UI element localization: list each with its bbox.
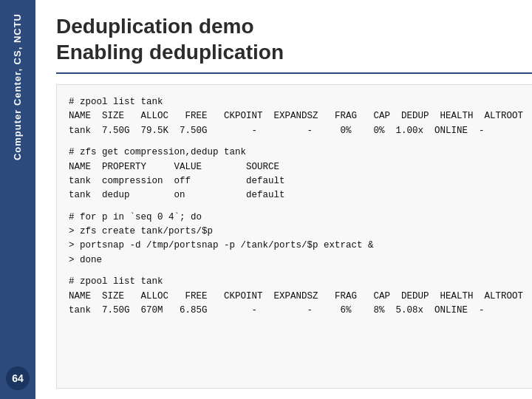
code-block-3: # for p in `seq 0 4`; do > zfs create ta… xyxy=(69,211,523,268)
title-line1: Deduplication demo xyxy=(56,15,254,38)
code-block-2: # zfs get compression,dedup tank NAME PR… xyxy=(69,146,523,203)
code-block-1: # zpool list tank NAME SIZE ALLOC FREE C… xyxy=(69,95,523,138)
title-line2: Enabling deduplication xyxy=(56,41,284,64)
page-number: 64 xyxy=(6,366,30,390)
page-title: Deduplication demo Enabling deduplicatio… xyxy=(56,13,532,65)
main-content: Deduplication demo Enabling deduplicatio… xyxy=(35,0,532,399)
sidebar-title: Computer Center, CS, NCTU xyxy=(12,6,24,168)
code-section-2: # zfs get compression,dedup tank NAME PR… xyxy=(69,146,523,203)
title-divider xyxy=(56,72,532,74)
code-section-3: # for p in `seq 0 4`; do > zfs create ta… xyxy=(69,211,523,268)
code-section-4: # zpool list tank NAME SIZE ALLOC FREE C… xyxy=(69,275,523,318)
code-section-1: # zpool list tank NAME SIZE ALLOC FREE C… xyxy=(69,95,523,138)
code-block-4: # zpool list tank NAME SIZE ALLOC FREE C… xyxy=(69,275,523,318)
content-area: # zpool list tank NAME SIZE ALLOC FREE C… xyxy=(56,84,532,389)
sidebar: Computer Center, CS, NCTU 64 xyxy=(0,0,35,399)
